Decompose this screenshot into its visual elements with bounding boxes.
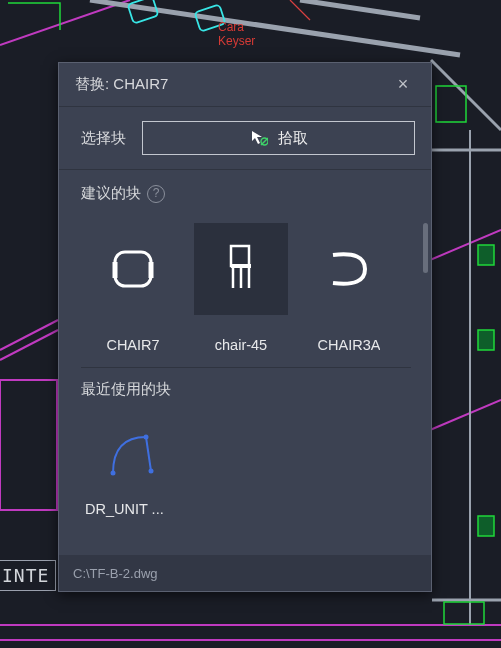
dialog-title: 替换: CHAIR7 xyxy=(75,75,391,94)
svg-rect-0 xyxy=(0,380,57,510)
title-prefix: 替换: xyxy=(75,75,109,92)
dialog-titlebar: 替换: CHAIR7 × xyxy=(59,63,431,107)
svg-rect-10 xyxy=(115,252,151,286)
close-icon[interactable]: × xyxy=(391,73,415,97)
svg-point-18 xyxy=(111,471,116,476)
recent-label-text: 最近使用的块 xyxy=(81,380,171,399)
svg-rect-4 xyxy=(478,330,494,350)
select-block-label: 选择块 xyxy=(81,129,126,148)
block-label: CHAIR7 xyxy=(106,337,159,353)
recent-blocks-title: 最近使用的块 xyxy=(81,367,411,399)
svg-rect-3 xyxy=(478,245,494,265)
pick-button[interactable]: 拾取 xyxy=(142,121,415,155)
help-icon[interactable]: ? xyxy=(147,185,165,203)
svg-rect-6 xyxy=(444,602,484,624)
dialog-body: 建议的块 ? CHAIR7 xyxy=(59,170,431,555)
block-label: DR_UNIT ... xyxy=(81,501,181,517)
suggested-blocks-title: 建议的块 ? xyxy=(81,184,411,203)
block-item-chair45[interactable]: chair-45 xyxy=(189,215,293,353)
suggested-label-text: 建议的块 xyxy=(81,184,141,203)
replace-block-dialog: 替换: CHAIR7 × 选择块 拾取 建议的块 ? xyxy=(58,62,432,592)
block-label: chair-45 xyxy=(215,337,267,353)
dialog-footer: C:\TF-B-2.dwg xyxy=(59,555,431,591)
block-label: CHAIR3A xyxy=(318,337,381,353)
suggested-blocks-grid: CHAIR7 chair-45 xyxy=(81,215,411,353)
annotation-text: Cara Keyser xyxy=(218,20,255,48)
title-blockname: CHAIR7 xyxy=(113,75,168,92)
pick-cursor-icon xyxy=(250,129,268,147)
svg-rect-13 xyxy=(231,246,249,266)
block-thumb xyxy=(194,223,288,315)
block-thumb xyxy=(86,223,180,315)
footer-path: C:\TF-B-2.dwg xyxy=(73,566,158,581)
block-item-drunit[interactable]: DR_UNIT ... xyxy=(81,411,181,517)
scrollbar[interactable] xyxy=(423,223,428,273)
recent-blocks-grid: DR_UNIT ... xyxy=(81,411,411,517)
block-item-chair7[interactable]: CHAIR7 xyxy=(81,215,185,353)
bg-text-fragment: INTE xyxy=(0,560,56,591)
svg-line-20 xyxy=(146,437,151,471)
svg-rect-5 xyxy=(478,516,494,536)
block-item-chair3a[interactable]: CHAIR3A xyxy=(297,215,401,353)
block-thumb xyxy=(84,419,178,489)
block-thumb xyxy=(302,223,396,315)
pick-button-label: 拾取 xyxy=(278,129,308,148)
select-block-row: 选择块 拾取 xyxy=(59,107,431,170)
svg-point-21 xyxy=(149,469,154,474)
